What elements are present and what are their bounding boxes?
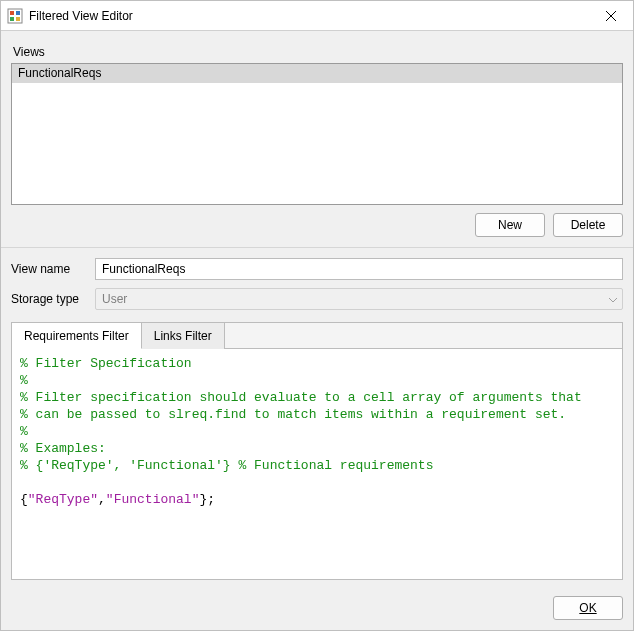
delete-button[interactable]: Delete xyxy=(553,213,623,237)
view-name-input[interactable] xyxy=(95,258,623,280)
dialog-footer: OK xyxy=(1,588,633,630)
tab-requirements-filter[interactable]: Requirements Filter xyxy=(12,323,142,349)
filter-tabs-panel: Requirements FilterLinks Filter % Filter… xyxy=(11,322,623,580)
storage-type-select[interactable]: User xyxy=(95,288,623,310)
close-button[interactable] xyxy=(589,1,633,31)
svg-rect-2 xyxy=(16,11,20,15)
view-name-row: View name xyxy=(11,258,623,280)
close-icon xyxy=(606,11,616,21)
filtered-view-editor-window: Filtered View Editor Views FunctionalReq… xyxy=(0,0,634,631)
storage-type-row: Storage type User xyxy=(11,288,623,310)
tab-links-filter[interactable]: Links Filter xyxy=(142,323,225,349)
filter-code-editor[interactable]: % Filter Specification % % Filter specif… xyxy=(12,349,622,579)
svg-rect-4 xyxy=(16,17,20,21)
tabs-header: Requirements FilterLinks Filter xyxy=(12,323,622,349)
separator xyxy=(1,247,633,248)
titlebar: Filtered View Editor xyxy=(1,1,633,31)
ok-button[interactable]: OK xyxy=(553,596,623,620)
app-icon xyxy=(7,8,23,24)
storage-type-value: User xyxy=(95,288,623,310)
dialog-content: Views FunctionalReqs New Delete View nam… xyxy=(1,31,633,588)
views-label: Views xyxy=(13,45,623,59)
view-name-label: View name xyxy=(11,262,95,276)
storage-type-label: Storage type xyxy=(11,292,95,306)
views-buttons-row: New Delete xyxy=(11,213,623,237)
svg-rect-3 xyxy=(10,17,14,21)
views-list[interactable]: FunctionalReqs xyxy=(11,63,623,205)
svg-rect-1 xyxy=(10,11,14,15)
new-button[interactable]: New xyxy=(475,213,545,237)
window-title: Filtered View Editor xyxy=(29,9,589,23)
views-list-item[interactable]: FunctionalReqs xyxy=(12,64,622,83)
